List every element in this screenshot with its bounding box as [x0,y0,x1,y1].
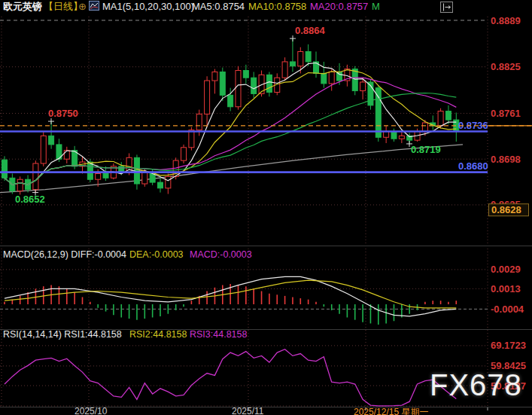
ma30-value-truncated: M [372,1,380,13]
macd-axis-label: 0.0029 [491,264,521,275]
add-indicator-icon[interactable]: ⊕ [78,1,87,13]
timeframe-label[interactable]: 【日线】 [44,1,83,13]
macd-axis-label: -0.0004 [491,304,524,315]
date-label-nov: 2025/11 [232,406,264,415]
macd-title-diff[interactable]: MACD(26,12,9) DIFF:-0.0004 [3,249,126,260]
date-axis[interactable]: 2025/10 2025/11 2025/12/15 星期一 [0,407,532,415]
svg-text:0.8628: 0.8628 [491,204,521,215]
rsi-axis-label: 69.1723 [491,340,526,351]
y-axis-label: 0.8698 [491,154,521,165]
y-axis-label: 0.8825 [491,61,521,72]
rsi1-value[interactable]: RSI(14,14,14) RSI1:44.8158 [3,329,122,340]
swing-label: 0.8719 [411,144,441,155]
fx678-watermark: FX678 [430,368,522,402]
ma-settings-label[interactable]: MA1(5,10,20,30,100) [102,1,194,13]
chart-type-icon[interactable] [89,1,99,14]
date-label-oct: 2025/10 [74,406,107,415]
macd-dea-value: DEA:-0.0003 [129,249,184,260]
symbol-name: 欧元英镑 [3,1,42,13]
swing-label: 0.8652 [15,194,45,205]
swing-label: 0.8750 [48,108,78,119]
macd-axis-label: 0.0013 [491,283,521,294]
y-axis-label: 0.8889 [491,15,521,26]
rsi-panel-header: RSI(14,14,14) RSI1:44.8158 RSI2:44.8158 … [0,329,451,343]
collapse-panel-icon[interactable] [440,2,453,13]
trading-chart-app: 0.87360.86800.87500.88640.86520.87190.88… [0,0,532,415]
chart-canvas[interactable]: 0.87360.86800.87500.88640.86520.87190.88… [0,0,532,415]
date-label-current: 2025/12/15 星期一 [354,406,428,415]
y-axis-label: 0.8761 [491,108,521,119]
macd-histogram [5,284,456,325]
chart-header: 欧元英镑 【日线】 ⊕ MA1(5,10,20,30,100) MA5:0.87… [0,0,532,14]
macd-panel-header: MACD(26,12,9) DIFF:-0.0004 DEA:-0.0003 M… [0,249,451,263]
rsi2-value: RSI2:44.8158 [129,329,187,340]
ma10-line [5,70,456,185]
macd-value: MACD:-0.0003 [190,249,252,260]
rsi3-value: RSI3:44.8158 [190,329,247,340]
support-line-label: 0.8680 [458,160,488,172]
swing-label: 0.8864 [295,25,326,36]
ma5-value: MA5:0.8754 [192,1,245,13]
rsi-line [5,349,456,406]
ma10-value: MA10:0.8758 [248,1,306,13]
ma20-value: MA20:0.8757 [310,1,368,13]
